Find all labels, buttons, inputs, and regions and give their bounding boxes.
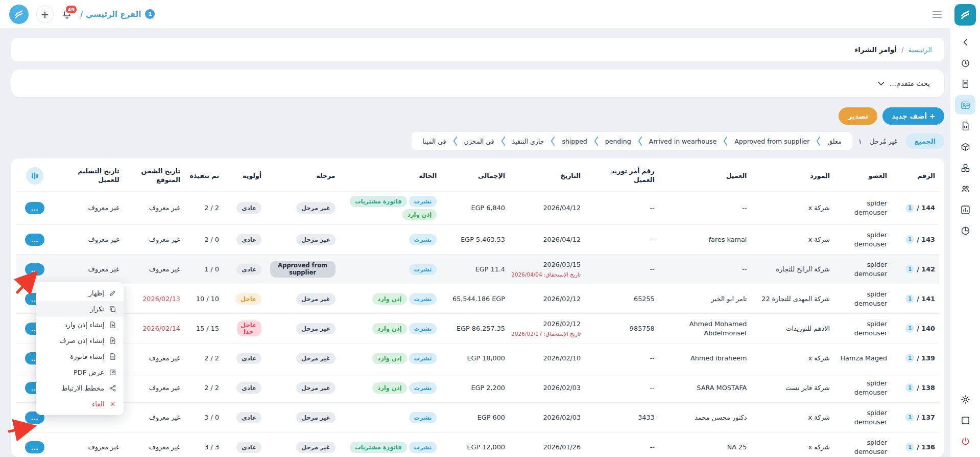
sidebar-item-inventory[interactable] — [955, 158, 975, 177]
export-button[interactable]: تصدير — [839, 107, 877, 125]
table-row[interactable]: 139 /1 Hamza Maged شركة x Ahmed ibraheem… — [16, 344, 939, 373]
menu-item-label: تكرار — [90, 305, 104, 313]
table-row[interactable]: 140 /1 spider demouser الادهم للتوريدات … — [16, 314, 939, 344]
total-cell: EGP 6,840 — [441, 192, 509, 225]
status-filters: الجميع غير مُرحل ١ معلقApproved from sup… — [11, 132, 944, 150]
branch-breadcrumb[interactable]: 1 الفرع الرئيسي / — [80, 9, 155, 19]
done-cell: 3 / 3 — [184, 432, 223, 457]
status-badges: نشرتإذن وارد — [344, 323, 437, 334]
column-header[interactable]: الرقم — [891, 159, 939, 192]
date-cell: 2026/01/26 — [509, 432, 585, 457]
row-actions-button[interactable]: … — [25, 234, 44, 246]
column-header[interactable]: الإجمالى — [441, 159, 509, 192]
advanced-search-toggle[interactable]: بحث متقدم... — [11, 70, 944, 97]
sidebar-item-settings[interactable] — [955, 390, 975, 409]
menu-item-invoice[interactable]: إنشاء فاتورة — [36, 349, 124, 364]
filter-stage[interactable]: shipped — [555, 138, 593, 145]
table-row[interactable]: 142 /1 spider demouser شركة الرابح للتجا… — [16, 255, 939, 284]
table-row[interactable]: 137 /1 spider demouser شركة x دكتور محسن… — [16, 403, 939, 432]
filter-stage[interactable]: فى المخزن — [458, 138, 501, 145]
status-badge: نشرت — [409, 264, 437, 275]
menu-item-label: إنشاء إذن صرف — [59, 337, 104, 345]
column-config-header — [16, 159, 53, 192]
client-po-cell: 3433 — [585, 403, 659, 432]
column-header[interactable]: العميل — [659, 159, 751, 192]
page-breadcrumb-card: الرئيسية / أوامر الشراء — [11, 38, 944, 61]
brand-logo[interactable] — [954, 4, 976, 26]
cancel-icon — [109, 400, 116, 408]
breadcrumb-separator: / — [901, 45, 904, 54]
sidebar-item-reports[interactable] — [955, 200, 975, 219]
sidebar-item-documents[interactable] — [955, 116, 975, 135]
history-icon — [960, 58, 971, 68]
branch-number-badge: 1 — [905, 443, 914, 451]
filter-stage[interactable]: Approved from supplier — [728, 138, 816, 145]
delivery-date-cell: غير معروف — [53, 192, 123, 225]
menu-item-label: إنشاء فاتورة — [70, 353, 104, 360]
status-badge: نشرت — [409, 412, 437, 423]
sidebar-item-package[interactable] — [955, 137, 975, 156]
menu-item-pdf[interactable]: عرض PDF — [36, 364, 124, 380]
menu-toggle-button[interactable] — [932, 10, 942, 18]
chevron-left-separator-icon — [816, 136, 821, 146]
sidebar-item-team[interactable] — [955, 179, 975, 198]
sidebar-collapse-button[interactable] — [955, 32, 975, 52]
breadcrumb-home-link[interactable]: الرئيسية — [909, 45, 933, 54]
member-cell: spider demouser — [834, 192, 891, 225]
sidebar-item-history[interactable] — [955, 53, 975, 73]
row-actions-button[interactable]: … — [25, 202, 44, 214]
client-cell: -- — [659, 255, 751, 284]
column-header[interactable]: التاريخ — [509, 159, 585, 192]
filter-all[interactable]: الجميع — [905, 133, 944, 149]
table-row[interactable]: 141 /1 spider demouser شركة المهدى للتجا… — [16, 284, 939, 314]
filter-stage[interactable]: معلق — [821, 138, 848, 145]
client-cell: Ahmed ibraheem — [659, 344, 751, 373]
sidebar-item-analytics[interactable] — [955, 221, 975, 240]
column-header[interactable]: الحالة — [340, 159, 441, 192]
menu-item-receipt-out[interactable]: إنشاء إذن صرف — [36, 333, 124, 349]
sidebar-item-logout[interactable] — [955, 431, 975, 451]
done-cell: 2 / 2 — [184, 192, 223, 225]
sidebar-item-window[interactable] — [955, 410, 975, 430]
column-header[interactable]: تم تنفيذه — [184, 159, 223, 192]
row-actions-button[interactable]: … — [25, 263, 44, 276]
notifications-button[interactable]: 49 — [61, 9, 73, 20]
status-badge: نشرت — [409, 382, 437, 394]
table-row[interactable]: 143 /1 spider demouser شركة x fares kama… — [16, 225, 939, 255]
column-header[interactable]: أولوية — [223, 159, 266, 192]
table-row[interactable]: 144 /1 spider demouser شركة x -- -- 2026… — [16, 192, 939, 225]
main-column: + 49 1 الفرع الرئيسي / — [0, 0, 950, 457]
menu-item-label: عرض PDF — [74, 369, 104, 376]
menu-item-copy[interactable]: تكرار — [36, 301, 124, 317]
order-number: 138 /1 — [895, 383, 935, 393]
sidebar-item-receipts[interactable] — [955, 74, 975, 94]
menu-item-receipt-in[interactable]: إنشاء إذن وارد — [36, 317, 124, 333]
row-actions-button[interactable]: … — [25, 441, 44, 453]
column-header[interactable]: تاريخ الشحن المتوقع — [124, 159, 184, 192]
filter-stage[interactable]: فى المينا — [416, 138, 452, 145]
notification-count-badge: 49 — [65, 5, 78, 14]
menu-item-cancel[interactable]: الغاء — [36, 396, 124, 412]
menu-item-link-chart[interactable]: مخطط الارتباط — [36, 380, 124, 396]
menu-item-edit[interactable]: إظهار — [36, 285, 124, 301]
breadcrumb: الرئيسية / أوامر الشراء — [854, 45, 932, 54]
sidebar-item-contacts[interactable] — [955, 95, 975, 115]
quick-add-button[interactable]: + — [36, 6, 54, 23]
date-cell: 2026/02/12تاريخ الإستحقاق: 2026/02/17 — [509, 314, 585, 344]
column-header[interactable]: تاريخ التسليم للعميل — [53, 159, 123, 192]
column-header[interactable]: رقم أمر توريد العميل — [585, 159, 659, 192]
table-row[interactable]: 138 /1 spider demouser شركة فاير نست SAR… — [16, 373, 939, 403]
app-logo[interactable] — [9, 5, 29, 24]
filter-unposted[interactable]: غير مُرحل — [868, 133, 899, 149]
add-new-button[interactable]: + أضف جديد — [882, 107, 944, 125]
priority-badge: عادى — [236, 202, 261, 214]
column-settings-button[interactable] — [26, 167, 43, 185]
column-header[interactable]: المورد — [751, 159, 834, 192]
column-header[interactable]: مرحلة — [266, 159, 340, 192]
filter-stage[interactable]: pending — [599, 138, 638, 145]
table-row[interactable]: 136 /1 spider demouser شركة x NA 25 -- 2… — [16, 432, 939, 457]
filter-stage[interactable]: جارى التنفيذ — [506, 138, 551, 145]
column-header[interactable]: العضو — [834, 159, 891, 192]
filter-stage[interactable]: Arrived in wearhouse — [642, 138, 724, 145]
status-badges: نشرتإذن وارد — [344, 353, 437, 364]
